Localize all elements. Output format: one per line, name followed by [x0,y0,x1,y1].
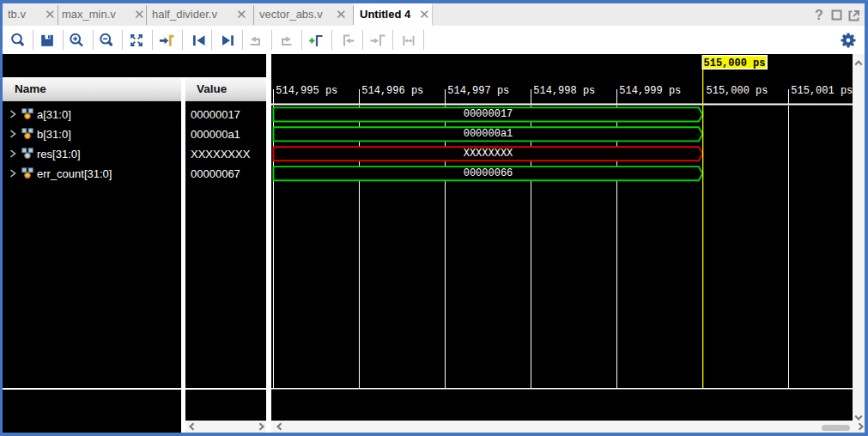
svg-text:515,001 ps: 515,001 ps [791,85,853,97]
svg-text:XXXXXXXX: XXXXXXXX [463,148,513,160]
svg-text:514,996 ps: 514,996 ps [361,85,423,97]
svg-text:514,999 ps: 514,999 ps [619,85,681,97]
svg-text:514,995 ps: 514,995 ps [276,85,337,97]
svg-text:000000a1: 000000a1 [463,128,513,140]
svg-text:515,000 ps: 515,000 ps [703,58,765,70]
svg-text:00000017: 00000017 [463,108,513,120]
svg-text:00000066: 00000066 [463,167,513,179]
svg-text:515,000 ps: 515,000 ps [706,85,768,97]
svg-text:514,998 ps: 514,998 ps [533,85,595,97]
svg-text:514,997 ps: 514,997 ps [447,85,509,97]
